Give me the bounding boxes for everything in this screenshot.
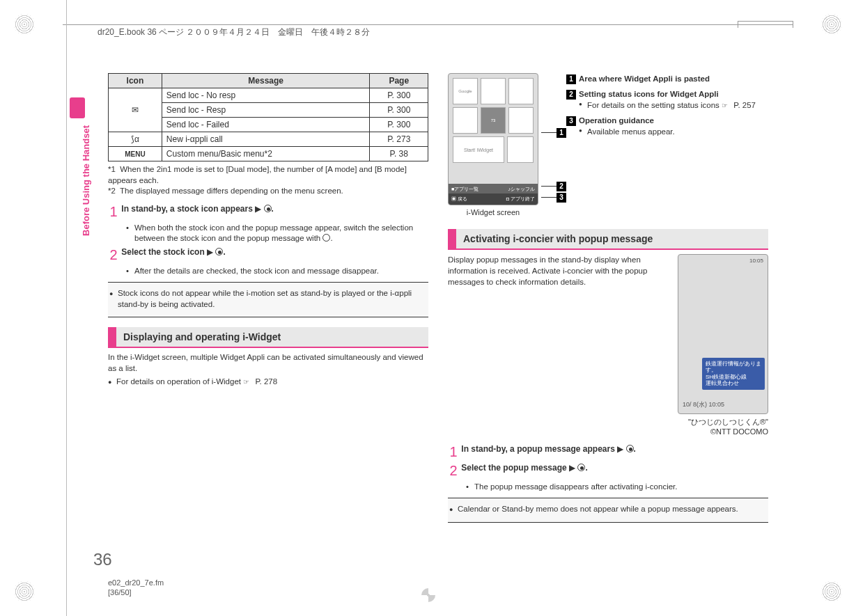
footnote-2: *2 The displayed message differs dependi… <box>108 186 428 197</box>
step-end: . <box>634 444 636 454</box>
step-text: Select the stock icon ▶ . <box>121 247 421 257</box>
footnote-text: When the 2in1 mode is set to [Dual mode]… <box>108 165 407 184</box>
center-key-icon <box>577 464 585 471</box>
header-bracket-icon <box>738 21 793 28</box>
book-header: dr20_E.book 36 ページ ２００９年４月２４日 金曜日 午後４時２８… <box>98 26 370 38</box>
footnote-label: *1 <box>108 165 116 173</box>
cell-page: P. 38 <box>370 147 428 161</box>
multi-key-icon <box>322 234 330 242</box>
section-bar-icon <box>108 327 116 347</box>
table-row: ⟆α New i-αppli call P. 273 <box>109 132 428 147</box>
step-text: In stand-by, a stock icon appears ▶ . <box>121 204 421 214</box>
bullet-text: For details on operation of i-Widget <box>116 377 243 386</box>
softkey-right: ♪シャッフル <box>508 186 536 193</box>
step-number: 2 <box>108 247 119 263</box>
step-number: 1 <box>108 204 119 220</box>
popup-line: 鉄道運行情報があります。 <box>706 361 761 374</box>
side-title: Before Using the Handset <box>81 125 91 236</box>
callout-2-title: Setting status icons for Widget Appli <box>579 90 719 98</box>
header-rule <box>63 24 793 25</box>
callout-badge-icon: 1 <box>566 74 576 84</box>
step-end: . <box>223 247 225 257</box>
softkey-left: ▣ 戻る <box>451 196 467 203</box>
th-page: Page <box>370 74 428 88</box>
callout-badge-icon: 3 <box>566 116 576 126</box>
iwidget-figure: Google 73 Start! iWidget ■アプリ一覧 ♪シャッフル ▣… <box>448 73 768 216</box>
callout-badge-3: 3 <box>557 193 566 203</box>
step-2-sub: After the details are checked, the stock… <box>126 266 428 277</box>
table-row: ✉ Send loc - No resp P. 300 <box>109 88 428 103</box>
popup-message: 鉄道運行情報があります。 SH鉄道新都心線 運転見合わせ <box>702 358 765 390</box>
cell-icon: MENU <box>109 147 162 161</box>
cell-page: P. 300 <box>370 88 428 103</box>
iconcier-screenshot: 10:05 鉄道運行情報があります。 SH鉄道新都心線 運転見合わせ 10/ 8… <box>678 254 768 414</box>
phone-screenshot-wrap: Google 73 Start! iWidget ■アプリ一覧 ♪シャッフル ▣… <box>448 73 545 216</box>
softkey-left: ■アプリ一覧 <box>451 186 478 193</box>
footnote-label: *2 <box>108 187 116 195</box>
cell-message: New i-αppli call <box>162 132 370 147</box>
step-main: In stand-by, a popup message appears <box>461 444 615 454</box>
callout-1-title: Area where Widget Appli is pasted <box>579 74 710 83</box>
section-header-iconcier: Activating i-concier with popup message <box>448 229 768 250</box>
popup-line: SH鉄道新都心線 <box>706 374 761 381</box>
arrow-icon: ▶ <box>207 247 213 257</box>
left-column: Icon Message Page ✉ Send loc - No resp P… <box>108 73 428 532</box>
arrow-icon: ▶ <box>255 204 261 214</box>
popup-line: 運転見合わせ <box>706 380 761 387</box>
footer-loc: [36/50] <box>108 587 164 597</box>
caption-line: "ひつじのしつじくん®" <box>671 417 768 427</box>
page-ref: P. 257 <box>733 101 756 109</box>
th-icon: Icon <box>109 74 162 88</box>
crop-mark-icon <box>821 581 842 602</box>
cell-message: Send loc - No resp <box>162 88 370 103</box>
center-key-icon <box>264 205 272 212</box>
callout-3: 3Operation guidance Available menus appe… <box>566 115 768 137</box>
footer-file: e02_dr20_7e.fm <box>108 578 164 587</box>
side-tab-marker <box>70 97 85 118</box>
callout-2-sub: For details on the setting status icons … <box>579 100 768 111</box>
footnote-text: The displayed message differs depending … <box>120 187 343 195</box>
callout-1: 1Area where Widget Appli is pasted <box>566 73 768 84</box>
callout-badge-icon: 2 <box>566 90 576 100</box>
cell-icon: ✉ <box>109 88 162 132</box>
iconcier-body: 10:05 鉄道運行情報があります。 SH鉄道新都心線 運転見合わせ 10/ 8… <box>448 254 768 437</box>
step-main: Select the popup message <box>461 463 566 473</box>
cell-page: P. 300 <box>370 103 428 118</box>
note-text: Calendar or Stand-by memo does not appea… <box>449 504 767 515</box>
section-header-iwidget: Displaying and operating i-Widget <box>108 327 428 348</box>
pointer-icon: ☞ <box>722 101 731 108</box>
step-main: In stand-by, a stock icon appears <box>121 204 253 214</box>
crop-mark-icon <box>14 581 35 602</box>
step-1-sub: When both the stock icon and the popup m… <box>126 223 428 244</box>
arrow-icon: ▶ <box>569 463 575 473</box>
note-text: Stock icons do not appear while the i-mo… <box>109 288 427 310</box>
step-2: 2 Select the stock icon ▶ . <box>108 247 428 263</box>
cell-message: Send loc - Failed <box>162 118 370 132</box>
iwidget-screenshot: Google 73 Start! iWidget ■アプリ一覧 ♪シャッフル ▣… <box>448 73 538 205</box>
sub-end: . <box>330 234 332 242</box>
section-title: Displaying and operating i-Widget <box>116 327 428 347</box>
cell-page: P. 273 <box>370 132 428 147</box>
step-number: 2 <box>448 463 459 479</box>
callout-descriptions: 1Area where Widget Appli is pasted 2Sett… <box>562 73 768 141</box>
step-text: In stand-by, a popup message appears ▶ . <box>461 444 761 454</box>
table-row: MENU Custom menu/Basic menu*2 P. 38 <box>109 147 428 161</box>
table-header-row: Icon Message Page <box>109 74 428 88</box>
note-box: Stock icons do not appear while the i-mo… <box>108 282 428 317</box>
step-b1: 1 In stand-by, a popup message appears ▶… <box>448 444 768 460</box>
callout-3-sub: Available menus appear. <box>579 126 768 137</box>
section-body: In the i-Widget screen, multiple Widget … <box>108 352 428 374</box>
callout-2: 2Setting status icons for Widget Appli F… <box>566 88 768 111</box>
step-number: 1 <box>448 444 459 460</box>
step-end: . <box>272 204 274 214</box>
center-key-icon <box>215 248 223 255</box>
arrow-icon: ▶ <box>617 444 623 454</box>
th-message: Message <box>162 74 370 88</box>
callout-2-sub-text: For details on the setting status icons <box>587 101 722 109</box>
iwidget-caption: i-Widget screen <box>448 208 538 216</box>
cell-page: P. 300 <box>370 118 428 132</box>
callout-lines: 1 2 3 <box>545 73 562 205</box>
page-ref: P. 278 <box>255 377 277 386</box>
section-title: Activating i-concier with popup message <box>456 229 768 248</box>
callout-badge-2: 2 <box>557 182 566 191</box>
